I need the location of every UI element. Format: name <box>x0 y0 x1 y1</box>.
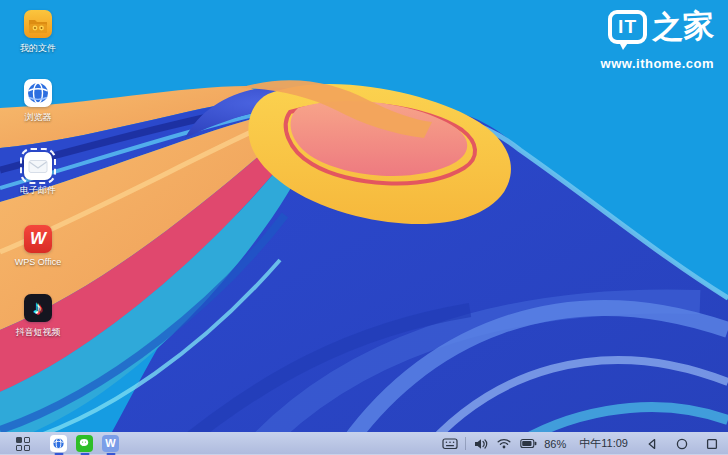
browser-icon <box>24 79 52 107</box>
taskbar: W <box>0 432 728 455</box>
browser-globe-icon <box>52 437 65 450</box>
desktop: IT 之家 www.ithome.com 我的文件 <box>0 0 728 455</box>
wps-letter: W <box>30 225 46 253</box>
wifi-icon[interactable] <box>497 438 511 449</box>
home-circle-icon <box>676 438 688 450</box>
desktop-icon-wps-office[interactable]: W WPS Office <box>8 225 68 267</box>
desktop-icon-label: 浏览器 <box>25 111 52 124</box>
speech-bubble-tail-icon <box>618 40 630 50</box>
ithome-url: www.ithome.com <box>601 56 714 71</box>
back-triangle-icon <box>646 438 658 450</box>
nav-back-button[interactable] <box>646 438 658 450</box>
launcher-grid-icon <box>16 437 22 443</box>
dock-wechat-button[interactable] <box>76 435 93 452</box>
desktop-icon-label: 抖音短视频 <box>16 326 61 339</box>
desktop-icon-browser[interactable]: 浏览器 <box>8 79 68 124</box>
wechat-bubble-icon <box>78 437 91 450</box>
recents-square-icon <box>706 438 718 450</box>
dock-browser-button[interactable] <box>50 435 67 452</box>
launcher-button[interactable] <box>14 435 31 452</box>
douyin-icon: ♪ <box>24 294 52 322</box>
desktop-icon-douyin[interactable]: ♪ 抖音短视频 <box>8 294 68 339</box>
volume-icon[interactable] <box>474 438 488 450</box>
ithome-logo-bubble: IT <box>608 10 647 44</box>
dock-wps-button[interactable]: W <box>102 435 119 452</box>
ithome-logo-text: IT <box>618 16 637 37</box>
music-note-icon: ♪ <box>34 294 43 322</box>
input-method-keyboard-icon[interactable] <box>442 437 458 450</box>
desktop-icon-my-files[interactable]: 我的文件 <box>8 10 68 55</box>
wps-office-icon: W <box>24 225 52 253</box>
taskbar-tray: 86% 中午11:09 <box>442 436 728 451</box>
battery-icon[interactable] <box>520 438 537 449</box>
desktop-icon-email[interactable]: 电子邮件 <box>8 152 68 197</box>
battery-percent[interactable]: 86% <box>544 438 566 450</box>
desktop-icon-label: 电子邮件 <box>20 184 56 197</box>
tray-divider <box>465 437 466 450</box>
nav-recents-button[interactable] <box>706 438 718 450</box>
my-files-icon <box>24 10 52 38</box>
desktop-icon-label: 我的文件 <box>20 42 56 55</box>
email-icon <box>24 152 52 180</box>
nav-home-button[interactable] <box>676 438 688 450</box>
ithome-logo-script: 之家 <box>651 8 715 43</box>
ithome-watermark: IT 之家 www.ithome.com <box>601 10 714 71</box>
wps-letter: W <box>105 435 115 452</box>
clock[interactable]: 中午11:09 <box>579 436 628 451</box>
taskbar-dock: W <box>0 435 119 452</box>
desktop-icon-label: WPS Office <box>15 257 61 267</box>
